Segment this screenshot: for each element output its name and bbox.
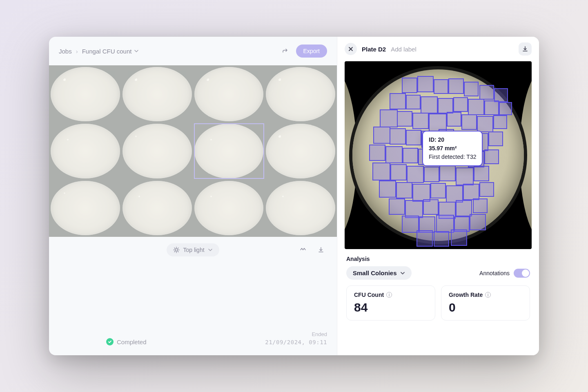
colony-bbox[interactable] [461,114,477,130]
download-detail-button[interactable] [519,42,532,56]
colony-bbox[interactable] [470,214,486,230]
colony-bbox[interactable] [473,198,488,213]
colony-bbox[interactable] [390,128,406,145]
left-footer: Completed Ended 21/09/2024, 09:11 [49,319,337,355]
colony-bbox[interactable] [434,231,449,247]
plate-grid [49,65,337,237]
colony-filter-label: Small Colonies [353,270,397,276]
breadcrumb-root[interactable]: Jobs [59,48,72,55]
colony-bbox[interactable] [390,164,407,180]
colony-bbox[interactable] [464,82,479,96]
plate-thumbnail[interactable] [122,67,192,121]
metric-card-cfu: CFU Count i 84 [346,285,435,321]
plate-thumbnail[interactable] [51,124,120,178]
plate-thumbnail[interactable] [51,181,120,235]
colony-bbox[interactable] [453,97,468,112]
colony-bbox[interactable] [456,167,474,185]
chevron-right-icon: › [76,48,78,55]
svg-point-0 [175,249,178,251]
detail-image[interactable]: ID: 20 35.97 mm² First detected: T32 [345,61,532,249]
close-detail-button[interactable] [345,43,357,55]
analysis-section-label: Analysis [346,256,370,262]
colony-bbox[interactable] [372,163,390,180]
colony-bbox[interactable] [488,131,503,146]
lighting-mode-dropdown[interactable]: Top light [167,243,219,256]
metric-cards: CFU Count i 84 Growth Rate i 0 [337,285,539,321]
colony-bbox[interactable] [494,88,508,102]
annotations-toggle[interactable] [514,269,530,278]
plate-thumbnail[interactable] [266,67,335,121]
plate-thumbnail[interactable] [122,181,192,235]
colony-filter-dropdown[interactable]: Small Colonies [346,266,412,280]
colony-bbox[interactable] [479,85,494,100]
plate-thumbnail[interactable] [194,67,264,121]
colony-bbox[interactable] [424,167,439,182]
colony-bbox[interactable] [423,199,439,215]
colony-bbox[interactable] [402,78,417,93]
colony-bbox[interactable] [484,149,499,164]
info-icon[interactable]: i [485,292,491,298]
ended-timestamp: 21/09/2024, 09:11 [265,339,327,345]
colony-bbox[interactable] [430,183,446,198]
colony-bbox[interactable] [448,78,464,94]
colony-bbox[interactable] [439,165,456,181]
detail-header: Plate D2 Add label [337,37,539,61]
colony-bbox[interactable] [403,148,418,163]
ended-label: Ended [265,331,327,337]
share-icon [282,48,288,54]
colony-bbox[interactable] [499,102,512,115]
colony-bbox[interactable] [412,113,429,129]
metric-growth-value: 0 [449,301,522,314]
colony-bbox[interactable] [493,115,507,129]
colony-bbox[interactable] [369,145,385,161]
colony-bbox[interactable] [397,111,412,127]
colony-bbox[interactable] [389,198,405,215]
colony-bbox[interactable] [484,100,499,115]
plate-thumbnail[interactable] [194,181,264,235]
colony-bbox[interactable] [421,96,438,114]
chevron-down-icon [134,49,139,53]
plate-thumbnail[interactable] [266,124,335,178]
colony-bbox[interactable] [380,109,398,127]
colony-bbox[interactable] [416,230,433,247]
plate-thumbnail[interactable] [194,124,264,178]
ended-block: Ended 21/09/2024, 09:11 [265,331,327,345]
colony-bbox[interactable] [417,76,434,92]
plate-thumbnail[interactable] [122,124,192,178]
close-icon [348,47,353,51]
colony-bbox[interactable] [468,99,484,115]
breadcrumb-current[interactable]: Fungal CFU count [82,48,139,55]
colony-bbox[interactable] [451,229,467,246]
plate-thumbnail[interactable] [266,181,335,235]
export-button[interactable]: Export [296,45,327,58]
colony-bbox[interactable] [379,180,396,198]
colony-bbox[interactable] [385,146,403,163]
tooltip-id: ID: 20 [429,136,476,144]
colony-bbox[interactable] [396,182,412,198]
annotations-label: Annotations [479,270,510,276]
metric-cfu-value: 84 [354,301,428,314]
colony-bbox[interactable] [463,184,479,200]
colony-bbox[interactable] [479,182,494,197]
colony-bbox[interactable] [474,166,489,181]
levels-button[interactable] [296,243,310,257]
colony-bbox[interactable] [406,95,421,109]
colony-bbox[interactable] [406,130,421,145]
colony-bbox[interactable] [447,112,461,127]
annotations-toggle-group: Annotations [479,269,530,278]
colony-bbox[interactable] [407,166,424,183]
share-button[interactable] [278,44,292,58]
colony-bbox[interactable] [373,127,390,144]
download-grid-button[interactable] [314,243,328,257]
info-icon[interactable]: i [386,292,392,298]
breadcrumb-current-label: Fungal CFU count [82,48,132,55]
plate-thumbnail[interactable] [51,67,120,121]
detail-pane: Plate D2 Add label ID: 20 35.97 mm² Firs… [337,37,539,355]
add-label-button[interactable]: Add label [391,46,416,53]
metric-card-growth: Growth Rate i 0 [441,285,530,321]
colony-bbox[interactable] [434,79,448,94]
colony-bbox[interactable] [438,98,453,114]
status-label: Completed [117,339,147,345]
colony-bbox[interactable] [390,93,406,109]
colony-bbox[interactable] [477,116,493,132]
